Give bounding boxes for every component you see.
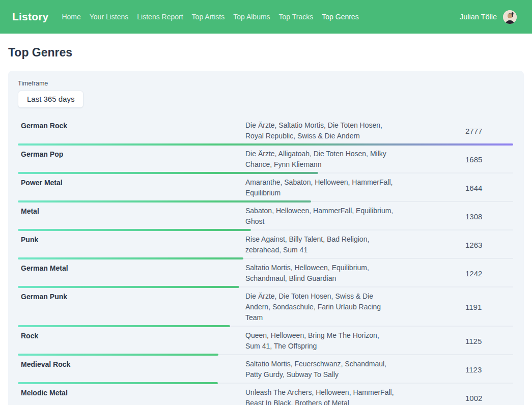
genre-listen-count: 1644	[396, 184, 514, 192]
nav-link-listens-report[interactable]: Listens Report	[137, 13, 183, 21]
genre-listen-count: 1123	[396, 365, 514, 374]
genre-listen-count: 1191	[396, 303, 514, 311]
genre-listen-count: 1002	[396, 394, 514, 402]
genre-listen-count: 1263	[396, 241, 514, 249]
nav-link-home[interactable]: Home	[62, 13, 80, 21]
top-navbar: Listory HomeYour ListensListens ReportTo…	[0, 0, 532, 34]
genre-row: Punk Rise Against, Billy Talent, Bad Rel…	[18, 231, 514, 259]
genre-listen-count: 1125	[396, 337, 514, 345]
genre-listen-count: 1685	[396, 155, 514, 164]
genre-name: Metal	[18, 206, 245, 217]
nav-link-top-albums[interactable]: Top Albums	[233, 13, 270, 21]
genre-row: Rock Queen, Helloween, Bring Me The Hori…	[18, 327, 514, 356]
genre-row: German Punk Die Ärzte, Die Toten Hosen, …	[18, 288, 514, 327]
genre-name: Melodic Metal	[18, 387, 245, 398]
genre-top-artists: Saltatio Mortis, Helloween, Equilibrium,…	[245, 263, 396, 284]
genre-name: Punk	[18, 234, 245, 245]
genre-name: German Pop	[18, 149, 245, 160]
nav-link-top-genres[interactable]: Top Genres	[322, 13, 358, 21]
navbar-user-area: Julian Tölle	[460, 10, 517, 24]
nav-links: HomeYour ListensListens ReportTop Artist…	[62, 13, 358, 21]
genre-name: German Rock	[18, 120, 245, 131]
genre-row: German Pop Die Ärzte, Alligatoah, Die To…	[18, 146, 514, 174]
top-genres-card: Timeframe Last 365 days German Rock Die …	[8, 71, 524, 405]
genre-name: German Punk	[18, 291, 245, 302]
genre-row: Melodic Metal Unleash The Archers, Hello…	[18, 384, 514, 405]
genre-listen-count: 1242	[396, 269, 514, 278]
genre-listen-count: 1308	[396, 212, 514, 221]
genre-top-artists: Die Ärzte, Alligatoah, Die Toten Hosen, …	[245, 149, 396, 170]
genre-row: Metal Sabaton, Helloween, HammerFall, Eq…	[18, 202, 514, 231]
user-avatar[interactable]	[503, 10, 517, 24]
genre-row: German Rock Die Ärzte, Saltatio Mortis, …	[18, 117, 514, 146]
genre-row: German Metal Saltatio Mortis, Helloween,…	[18, 259, 514, 288]
nav-link-your-listens[interactable]: Your Listens	[90, 13, 129, 21]
nav-link-top-tracks[interactable]: Top Tracks	[279, 13, 314, 21]
timeframe-select[interactable]: Last 365 days	[18, 91, 83, 108]
genre-listen-count: 2777	[396, 127, 514, 135]
genre-name: Rock	[18, 330, 245, 341]
genre-top-artists: Sabaton, Helloween, HammerFall, Equilibr…	[245, 206, 396, 227]
genre-name: Medieval Rock	[18, 359, 245, 370]
genre-top-artists: Queen, Helloween, Bring Me The Horizon, …	[245, 330, 396, 352]
genre-top-artists: Saltatio Mortis, Feuerschwanz, Schandmau…	[245, 359, 396, 380]
page-content: Top Genres Timeframe Last 365 days Germa…	[0, 34, 532, 405]
genre-row: Medieval Rock Saltatio Mortis, Feuerschw…	[18, 356, 514, 384]
brand-logo[interactable]: Listory	[12, 11, 48, 23]
user-name: Julian Tölle	[460, 13, 497, 21]
timeframe-label: Timeframe	[18, 80, 514, 87]
nav-link-top-artists[interactable]: Top Artists	[192, 13, 225, 21]
genre-name: German Metal	[18, 263, 245, 274]
page-title: Top Genres	[8, 46, 524, 60]
genre-top-artists: Amaranthe, Sabaton, Helloween, HammerFal…	[245, 177, 396, 198]
genre-top-artists: Die Ärzte, Saltatio Mortis, Die Toten Ho…	[245, 120, 396, 141]
avatar-photo-placeholder	[503, 10, 517, 24]
genre-table: German Rock Die Ärzte, Saltatio Mortis, …	[18, 117, 514, 405]
genre-top-artists: Die Ärzte, Die Toten Hosen, Swiss & Die …	[245, 291, 396, 323]
genre-top-artists: Unleash The Archers, Helloween, HammerFa…	[245, 387, 396, 405]
genre-top-artists: Rise Against, Billy Talent, Bad Religion…	[245, 234, 396, 255]
genre-row: Power Metal Amaranthe, Sabaton, Hellowee…	[18, 174, 514, 202]
genre-name: Power Metal	[18, 177, 245, 188]
